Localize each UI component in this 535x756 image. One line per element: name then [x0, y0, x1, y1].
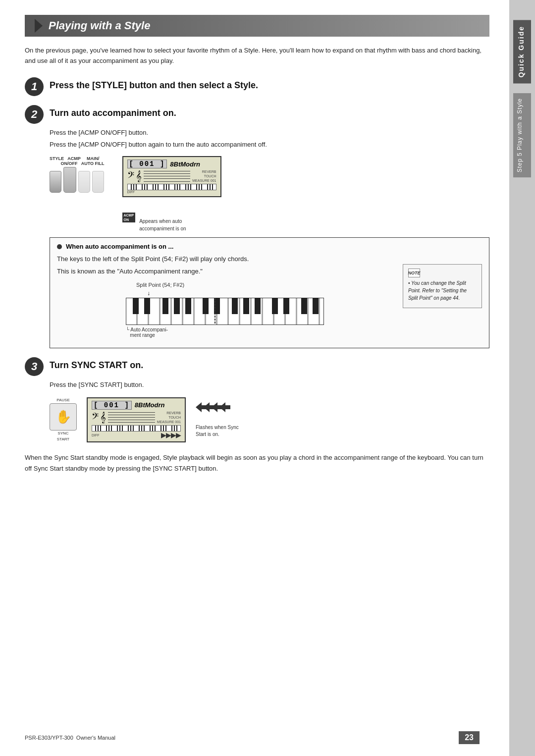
- step-3-content: Press the [SYNC START] button. PAUSE ✋ S…: [50, 380, 489, 442]
- step-2-title: Turn auto accompaniment on.: [50, 106, 176, 118]
- hand-icon: ✋: [55, 409, 71, 425]
- v-button[interactable]: [78, 171, 90, 193]
- page-title: Playing with a Style: [49, 19, 150, 32]
- svg-rect-7: [185, 298, 191, 314]
- screen-bottom: DIFF: [127, 190, 216, 194]
- s3-screen-arrows: ▶▶▶▶: [161, 432, 181, 439]
- bullet-icon: [57, 244, 62, 249]
- step-3-header: 3 Turn SYNC START on.: [25, 358, 489, 376]
- split-point-label: Split Point (54; F#2): [136, 282, 184, 288]
- step-1-header: 1 Press the [STYLE] button and then sele…: [25, 78, 489, 96]
- staff-line-1: [144, 171, 191, 171]
- sync-button-img: ✋: [50, 403, 77, 431]
- keyboard-buttons-area: STYLE ACMP MAIN/ ON/OFF AUTO FILL: [50, 156, 105, 193]
- s3-screen-bottom: DIFF ▶▶▶▶: [92, 432, 181, 439]
- staff-line-3: [144, 176, 191, 176]
- treble-clef-icon: 𝄞: [136, 170, 142, 182]
- step-2-block: 2 Turn auto accompaniment on. Press the …: [25, 106, 489, 348]
- svg-rect-8: [203, 298, 209, 314]
- flash-arrows-svg: [196, 402, 230, 422]
- title-bar: Playing with a Style: [25, 15, 489, 37]
- step-1-number: 1: [25, 77, 44, 96]
- s3-staff-line-4: [108, 420, 155, 420]
- staff-lines: [144, 170, 191, 183]
- s3-diff-label: DIFF: [92, 433, 100, 437]
- note-icon: NOTE: [408, 269, 420, 277]
- step-2-instruction-2: Press the [ACMP ON/OFF] button again to …: [50, 140, 489, 150]
- staff-line-2: [144, 173, 191, 174]
- staff-line-4: [144, 178, 191, 179]
- s3-staff-line-1: [108, 412, 155, 413]
- svg-rect-3: [133, 298, 139, 314]
- svg-rect-5: [162, 298, 168, 314]
- svg-rect-10: [232, 298, 238, 314]
- footer-left: PSR-E303/YPT-300 Owner's Manual: [25, 735, 115, 741]
- note-section: NOTE • You can change the Split Point. R…: [403, 264, 482, 343]
- footer-model: PSR-E303/YPT-300: [25, 735, 73, 741]
- screen-staff: 𝄢 𝄞 REVERBTOUCHMEA: [127, 169, 216, 183]
- step-3-instruction: Press the [SYNC START] button.: [50, 380, 489, 390]
- main-auto-fill-button[interactable]: [92, 171, 104, 193]
- svg-rect-14: [283, 298, 289, 314]
- acmp-on-description: Appears when auto accompaniment is on: [139, 217, 186, 232]
- quick-guide-tab: Quick Guide: [513, 20, 531, 83]
- right-sidebar: Quick Guide Step 5 Play with a Style: [509, 0, 535, 756]
- svg-rect-9: [214, 298, 220, 314]
- step5-tab: Step 5 Play with a Style: [513, 93, 531, 177]
- split-arrow-icon: ↓: [147, 290, 150, 297]
- acmp-button[interactable]: [63, 167, 76, 193]
- intro-paragraph: On the previous page, you've learned how…: [25, 46, 489, 66]
- screen-number: [ 001 ]: [127, 160, 167, 168]
- style-label: STYLE ACMP MAIN/ ON/OFF AUTO FILL: [50, 156, 105, 166]
- svg-rect-2: [126, 298, 324, 325]
- arrows-group: [196, 402, 230, 422]
- page-number-box: 23: [459, 731, 480, 744]
- s3-bass-clef-icon: 𝄢: [92, 412, 99, 423]
- title-arrow-icon: [35, 19, 43, 33]
- svg-rect-6: [174, 298, 180, 314]
- note-title: NOTE: [408, 269, 477, 277]
- buttons-row: [50, 167, 104, 193]
- acmp-on-label: ACMP ON: [122, 213, 136, 222]
- style-button[interactable]: [50, 171, 61, 193]
- piano-diagram: Split Point (54; F#2) ↓ // Will be gener…: [57, 282, 393, 338]
- s3-staff-line-2: [108, 415, 155, 415]
- svg-rect-11: [243, 298, 249, 314]
- step-3-number: 3: [25, 357, 44, 376]
- screen-labels-right: REVERBTOUCHMEASURE 001: [192, 169, 216, 183]
- auto-acmp-title: When auto accompaniment is on ...: [57, 243, 482, 250]
- svg-rect-16: [313, 298, 319, 314]
- step-3-title: Turn SYNC START on.: [50, 358, 143, 371]
- main-content: Playing with a Style On the previous pag…: [0, 0, 509, 756]
- s3-treble-clef-icon: 𝄞: [100, 412, 106, 423]
- bottom-text: When the Sync Start standby mode is enga…: [25, 452, 489, 474]
- step-2-instruction-1: Press the [ACMP ON/OFF] button.: [50, 128, 489, 138]
- step-2-illustration: STYLE ACMP MAIN/ ON/OFF AUTO FILL: [50, 156, 489, 232]
- screen-style-name: 8BtModrn: [170, 161, 200, 168]
- flash-label: Flashes when Sync Start is on.: [196, 424, 239, 438]
- step-3-illustration: PAUSE ✋ SYNCSTART [ 001 ] 8BtModrn: [50, 397, 489, 442]
- auto-acmp-text2: This is known as the "Auto Accompaniment…: [57, 267, 393, 277]
- note-text: • You can change the Split Point. Refer …: [408, 279, 477, 302]
- s3-staff-lines: [108, 411, 155, 424]
- svg-rect-12: [255, 298, 261, 314]
- s3-screen-number: [ 001 ]: [92, 401, 132, 410]
- piano-section: The keys to the left of the Split Point …: [57, 254, 393, 343]
- svg-rect-15: [301, 298, 307, 314]
- sync-button-labels: SYNCSTART: [57, 431, 69, 441]
- step3-display-screen: [ 001 ] 8BtModrn 𝄢 𝄞: [87, 397, 186, 442]
- display-screen: [ 001 ] 8BtModrn 𝄢 𝄞: [122, 156, 221, 197]
- mini-keyboard: [127, 184, 216, 190]
- screen-row1: [ 001 ] 8BtModrn: [127, 160, 216, 168]
- s3-screen-staff: 𝄢 𝄞 REVERBTOUCHMEASURE 001: [92, 411, 181, 424]
- step-1-block: 1 Press the [STYLE] button and then sele…: [25, 78, 489, 96]
- step-1-title: Press the [STYLE] button and then select…: [50, 78, 258, 91]
- bass-clef-icon: 𝄢: [127, 171, 134, 182]
- diff-label: DIFF: [127, 190, 135, 194]
- step-2-number: 2: [25, 105, 44, 124]
- auto-acmp-box: When auto accompaniment is on ... The ke…: [50, 237, 489, 348]
- step-2-header: 2 Turn auto accompaniment on.: [25, 106, 489, 124]
- sync-start-button-area: PAUSE ✋ SYNCSTART: [50, 398, 77, 441]
- auto-acmp-inner: The keys to the left of the Split Point …: [57, 254, 482, 343]
- svg-rect-13: [272, 298, 278, 314]
